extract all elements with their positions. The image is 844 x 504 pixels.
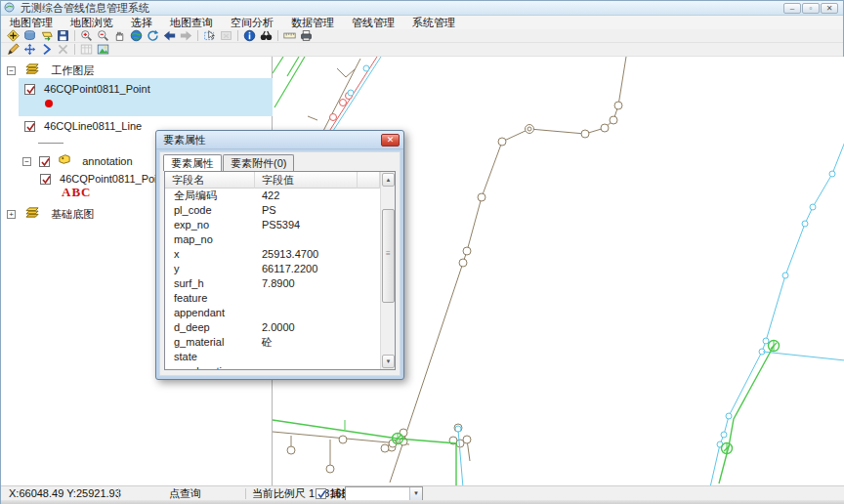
field-row[interactable]: exp_noPS5394 — [165, 218, 380, 232]
annotation-layer-checkbox[interactable] — [40, 174, 51, 185]
column-header-blank — [358, 172, 380, 189]
collapse-icon[interactable]: − — [22, 157, 31, 166]
expand-icon[interactable]: + — [7, 210, 16, 219]
pan-icon[interactable] — [111, 29, 128, 42]
add-layer-icon[interactable] — [38, 29, 55, 42]
menu-item[interactable]: 地图管理 — [1, 16, 62, 29]
grid-rows: 全局编码422pl_codePSexp_noPS5394map_nox25913… — [165, 189, 380, 369]
field-row[interactable]: map_no — [165, 232, 380, 247]
scroll-thumb[interactable] — [382, 209, 395, 303]
basemap-label: 基础底图 — [51, 208, 94, 220]
menu-item[interactable]: 地图查询 — [161, 16, 222, 29]
field-value: 7.8900 — [262, 276, 295, 291]
point-layer-checkbox[interactable] — [24, 84, 35, 95]
edit-toolbar — [1, 43, 843, 57]
field-row[interactable]: ecc_location — [165, 364, 380, 369]
print-icon[interactable] — [298, 29, 315, 42]
chevron-down-icon[interactable]: ▼ — [409, 487, 422, 500]
dialog-close-icon[interactable]: ✕ — [381, 134, 400, 147]
field-row[interactable]: state — [165, 350, 380, 364]
menu-item[interactable]: 管线管理 — [343, 16, 403, 29]
field-name: pl_code — [174, 203, 212, 218]
menu-item[interactable]: 空间分析 — [222, 16, 282, 29]
minimize-button[interactable]: – — [783, 3, 801, 14]
content-area: − 工作图层 46CQPoint0811_Point 46CQLine0811_… — [1, 57, 844, 485]
feature-attributes-dialog: 要素属性 ✕ 要素属性 要素附件(0) 字段名 字段值 全局编码422pl_co… — [155, 130, 404, 380]
field-value: 25913.4700 — [262, 247, 318, 262]
attributes-grid: 字段名 字段值 全局编码422pl_codePSexp_noPS5394map_… — [164, 171, 396, 370]
annotation-symbol-text: ABC — [62, 185, 91, 200]
back-icon[interactable] — [161, 29, 178, 42]
column-header-field-value[interactable]: 字段值 — [255, 172, 358, 189]
collapse-icon[interactable]: − — [7, 66, 16, 75]
scroll-down-icon[interactable]: ▼ — [382, 355, 395, 368]
menu-item[interactable]: 系统管理 — [403, 16, 464, 29]
measure-icon[interactable] — [281, 29, 298, 42]
scroll-up-icon[interactable]: ▲ — [382, 173, 395, 187]
menu-item[interactable]: 选择 — [122, 16, 161, 29]
sketch-icon[interactable] — [5, 43, 21, 56]
field-row[interactable]: g_material砼 — [165, 335, 380, 350]
attribute-table-icon[interactable] — [78, 43, 95, 56]
field-name: exp_no — [174, 218, 209, 232]
tab-feature-attributes[interactable]: 要素属性 — [163, 154, 222, 171]
zoom-out-icon[interactable] — [95, 29, 111, 42]
field-row[interactable]: feature — [165, 291, 380, 306]
line-layer-row[interactable]: 46CQLine0811_Line — [24, 118, 142, 133]
field-row[interactable]: appendant — [165, 306, 380, 320]
full-extent-icon[interactable] — [128, 29, 145, 42]
window-bottom-edge — [1, 500, 844, 504]
app-window: 元测综合管线信息管理系统 – ▫ ✕ 地图管理地图浏览选择地图查询空间分析数据管… — [0, 0, 844, 504]
refresh-icon[interactable] — [145, 29, 161, 42]
annotation-group-row[interactable]: − annotation — [22, 153, 133, 168]
close-button[interactable]: ✕ — [821, 3, 838, 14]
grid-header: 字段名 字段值 — [165, 172, 380, 189]
tab-feature-attachments[interactable]: 要素附件(0) — [223, 154, 294, 171]
direction-icon[interactable] — [38, 43, 55, 56]
dialog-scrollbar[interactable]: ▲ ▼ — [380, 172, 395, 369]
field-row[interactable]: pl_codePS — [165, 203, 380, 218]
find-icon[interactable] — [258, 29, 274, 42]
zoom-in-icon[interactable] — [78, 29, 95, 42]
snap-layer-combobox[interactable]: ▼ — [345, 486, 423, 501]
tree-root-row[interactable]: − 工作图层 — [7, 63, 94, 77]
maximize-button[interactable]: ▫ — [802, 3, 820, 14]
menu-bar: 地图管理地图浏览选择地图查询空间分析数据管理管线管理系统管理 — [1, 16, 843, 29]
field-row[interactable]: surf_h7.8900 — [165, 276, 380, 291]
status-bar: X:66048.49 Y:25921.93 点查询 当前比例尺 1:23165 … — [1, 485, 844, 500]
field-row[interactable]: d_deep2.0000 — [165, 320, 380, 335]
dialog-title[interactable]: 要素属性 — [156, 131, 403, 149]
field-row[interactable]: x25913.4700 — [165, 247, 380, 262]
clear-selection-icon[interactable] — [218, 29, 234, 42]
forward-icon[interactable] — [178, 29, 194, 42]
select-features-icon[interactable] — [201, 29, 218, 42]
line-layer-checkbox[interactable] — [24, 121, 35, 132]
menu-item[interactable]: 数据管理 — [282, 16, 343, 29]
annotation-tag-icon — [58, 153, 71, 169]
field-value: 66117.2200 — [262, 262, 317, 276]
field-name: state — [174, 350, 197, 364]
field-name: 全局编码 — [174, 189, 217, 203]
line-layer-label: 46CQLine0811_Line — [44, 120, 142, 132]
field-name: feature — [174, 291, 207, 306]
title-bar: 元测综合管线信息管理系统 – ▫ ✕ — [1, 1, 843, 16]
field-name: appendant — [174, 306, 225, 320]
delete-icon[interactable] — [55, 43, 71, 56]
field-row[interactable]: 全局编码422 — [165, 189, 380, 203]
basemap-row[interactable]: + 基础底图 — [7, 206, 94, 221]
move-icon[interactable] — [21, 43, 38, 56]
save-icon[interactable] — [55, 29, 71, 42]
point-layer-label: 46CQPoint0811_Point — [44, 83, 150, 95]
main-toolbar — [1, 29, 843, 43]
add-data-icon[interactable] — [5, 29, 21, 42]
point-layer-row[interactable]: 46CQPoint0811_Point — [24, 81, 150, 96]
layers-icon[interactable] — [21, 29, 38, 42]
snap-checkbox[interactable] — [316, 488, 326, 499]
annotation-checkbox[interactable] — [39, 156, 50, 167]
export-map-icon[interactable] — [95, 43, 111, 56]
column-header-field-name[interactable]: 字段名 — [165, 172, 255, 189]
menu-item[interactable]: 地图浏览 — [62, 16, 122, 29]
identify-icon[interactable] — [241, 29, 258, 42]
field-row[interactable]: y66117.2200 — [165, 262, 380, 276]
annotation-group-label: annotation — [82, 155, 132, 167]
